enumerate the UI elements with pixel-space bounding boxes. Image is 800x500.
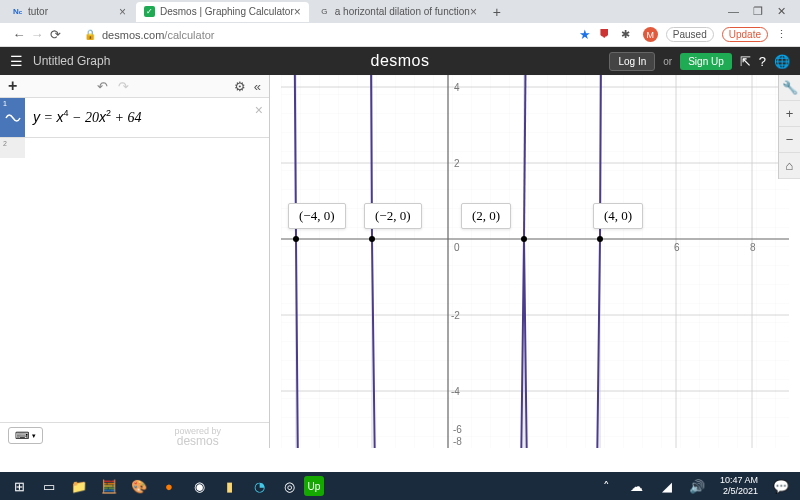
close-icon[interactable]: × (294, 5, 301, 19)
tab-title: a horizontal dilation of function (335, 6, 470, 17)
tab-google[interactable]: G a horizontal dilation of function × (311, 2, 485, 22)
wifi-icon[interactable]: ◢ (652, 472, 682, 500)
expression-row-empty[interactable]: 2 (0, 138, 269, 158)
axis-label: -8 (453, 436, 462, 447)
lock-icon: 🔒 (84, 29, 96, 40)
calculator-icon[interactable]: 🧮 (94, 472, 124, 500)
update-button[interactable]: Update (722, 27, 768, 42)
browser-tab-strip: Nc tutor × ✓ Desmos | Graphing Calculato… (0, 0, 800, 23)
expression-color-tab[interactable]: 1 (0, 98, 25, 137)
expression-input[interactable]: y = x4 − 20x2 + 64 (25, 98, 269, 137)
bookmark-icon[interactable]: ★ (579, 27, 591, 42)
extensions-menu-icon[interactable]: ✱ (621, 28, 635, 42)
axis-label: 8 (750, 242, 756, 253)
wrench-icon[interactable]: 🔧 (779, 75, 800, 101)
or-text: or (663, 56, 672, 67)
expression-index: 1 (3, 100, 7, 107)
minimize-button[interactable]: — (728, 5, 739, 18)
tab-tutor[interactable]: Nc tutor × (4, 2, 134, 22)
point-label: (2, 0) (461, 203, 511, 229)
axis-label: 6 (674, 242, 680, 253)
tab-favicon: ✓ (144, 6, 155, 17)
svg-point-13 (521, 236, 527, 242)
menu-icon[interactable]: ⋮ (776, 28, 790, 42)
tab-title: Desmos | Graphing Calculator (160, 6, 294, 17)
volume-icon[interactable]: 🔊 (682, 472, 712, 500)
login-button[interactable]: Log In (609, 52, 655, 71)
axis-label: -4 (451, 386, 460, 397)
paint-icon[interactable]: 🎨 (124, 472, 154, 500)
app-icon[interactable]: ▮ (214, 472, 244, 500)
svg-point-14 (597, 236, 603, 242)
graph-canvas[interactable]: 0 2 4 -2 -4 6 8 -8 -6 (−4, 0) (270, 75, 800, 448)
tray-chevron-icon[interactable]: ˄ (592, 472, 622, 500)
hamburger-icon[interactable]: ☰ (10, 53, 23, 69)
home-button[interactable]: ⌂ (779, 153, 800, 179)
axis-label: 0 (454, 242, 460, 253)
share-icon[interactable]: ⇱ (740, 54, 751, 69)
url-host: desmos.com (102, 29, 164, 41)
close-icon[interactable]: × (119, 5, 126, 19)
forward-button[interactable]: → (28, 27, 46, 42)
extension-icon[interactable]: ⛊ (599, 28, 613, 42)
system-clock[interactable]: 10:47 AM 2/5/2021 (720, 475, 758, 497)
onedrive-icon[interactable]: ☁ (622, 472, 652, 500)
notifications-icon[interactable]: 💬 (766, 472, 796, 500)
axis-label: -2 (451, 310, 460, 321)
back-button[interactable]: ← (10, 27, 28, 42)
profile-avatar[interactable]: M (643, 27, 658, 42)
delete-expression-icon[interactable]: × (255, 102, 263, 118)
tab-desmos[interactable]: ✓ Desmos | Graphing Calculator × (136, 2, 309, 22)
sidebar-footer: ⌨ ▾ powered by desmos (0, 422, 269, 448)
point-label: (−4, 0) (288, 203, 346, 229)
start-button[interactable]: ⊞ (4, 472, 34, 500)
redo-button[interactable]: ↷ (118, 79, 129, 94)
task-view-icon[interactable]: ▭ (34, 472, 64, 500)
zoom-out-button[interactable]: − (779, 127, 800, 153)
point-label: (−2, 0) (364, 203, 422, 229)
address-bar: ← → ⟳ 🔒 desmos.com/calculator ★ ⛊ ✱ M Pa… (0, 23, 800, 47)
tab-favicon: Nc (12, 6, 23, 17)
signup-button[interactable]: Sign Up (680, 53, 732, 70)
expression-index: 2 (3, 140, 7, 147)
sync-paused-badge[interactable]: Paused (666, 27, 714, 42)
url-input[interactable]: 🔒 desmos.com/calculator (84, 29, 579, 41)
app-header: ☰ Untitled Graph desmos Log In or Sign U… (0, 47, 800, 75)
svg-rect-0 (281, 75, 789, 448)
desmos-logo: desmos (370, 52, 429, 70)
file-explorer-icon[interactable]: 📁 (64, 472, 94, 500)
axis-label: 2 (454, 158, 460, 169)
windows-taskbar: ⊞ ▭ 📁 🧮 🎨 ● ◉ ▮ ◔ ◎ Up ˄ ☁ ◢ 🔊 10:47 AM … (0, 472, 800, 500)
powered-by-label: powered by desmos (174, 426, 221, 446)
keyboard-button[interactable]: ⌨ ▾ (8, 427, 43, 444)
app-icon[interactable]: ◎ (274, 472, 304, 500)
tab-title: tutor (28, 6, 48, 17)
maximize-button[interactable]: ❐ (753, 5, 763, 18)
undo-button[interactable]: ↶ (97, 79, 108, 94)
help-icon[interactable]: ? (759, 54, 766, 69)
close-window-button[interactable]: ✕ (777, 5, 786, 18)
url-path: /calculator (164, 29, 214, 41)
reload-button[interactable]: ⟳ (46, 27, 64, 42)
expression-row[interactable]: 1 y = x4 − 20x2 + 64 × (0, 98, 269, 138)
app-icon[interactable]: ◔ (244, 472, 274, 500)
axis-label: 4 (454, 82, 460, 93)
collapse-sidebar-icon[interactable]: « (254, 79, 261, 94)
graph-toolbar: 🔧 + − ⌂ (778, 75, 800, 179)
zoom-in-button[interactable]: + (779, 101, 800, 127)
language-icon[interactable]: 🌐 (774, 54, 790, 69)
point-label: (4, 0) (593, 203, 643, 229)
window-controls: — ❐ ✕ (718, 5, 796, 18)
svg-point-12 (369, 236, 375, 242)
firefox-icon[interactable]: ● (154, 472, 184, 500)
expression-sidebar: + ↶ ↷ ⚙ « 1 y = x4 − 20x2 + 64 × 2 ⌨ ▾ p… (0, 75, 270, 448)
graph-title[interactable]: Untitled Graph (33, 54, 110, 68)
axis-label: -6 (453, 424, 462, 435)
settings-icon[interactable]: ⚙ (234, 79, 246, 94)
close-icon[interactable]: × (470, 5, 477, 19)
add-expression-button[interactable]: + (8, 77, 17, 95)
chrome-icon[interactable]: ◉ (184, 472, 214, 500)
upwork-icon[interactable]: Up (304, 476, 324, 496)
new-tab-button[interactable]: + (487, 4, 507, 20)
wave-icon (5, 110, 21, 126)
